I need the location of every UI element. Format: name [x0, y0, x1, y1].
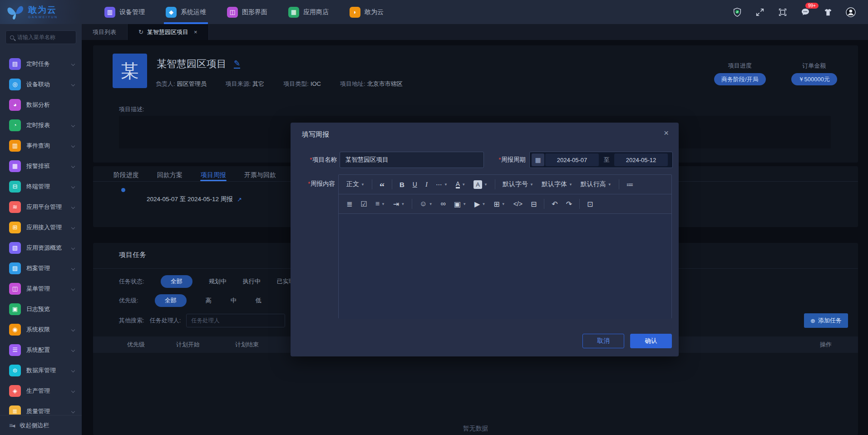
nav-device-management[interactable]: ▥ 设备管理 [104, 0, 145, 24]
logo-title: 敢为云 [28, 5, 58, 14]
edit-title-icon[interactable]: ✎ [234, 59, 240, 69]
sidebar-item[interactable]: ◈ 生产管理 [0, 381, 82, 401]
line-height-dropdown[interactable]: 默认行高 ▼ [577, 175, 616, 194]
required-asterisk: * [498, 156, 501, 163]
blockquote-button[interactable]: “ [375, 175, 389, 194]
sidebar-item[interactable]: ◉ 系统权限 [0, 319, 82, 340]
sidebar-item[interactable]: ▦ 报警排班 [0, 156, 82, 176]
detail-tab[interactable]: 阶段进度 [113, 171, 139, 181]
highlight-color-dropdown[interactable]: A ▼ [469, 175, 492, 194]
sidebar-item-label: 质量管理 [26, 407, 72, 415]
font-family-dropdown[interactable]: 默认字体 ▼ [538, 175, 577, 194]
sidebar-item[interactable]: ◔ 定时报表 [0, 115, 82, 135]
refresh-icon[interactable]: ↻ [138, 29, 143, 35]
nav-app-store[interactable]: ▦ 应用商店 [288, 0, 329, 24]
priority-option[interactable]: 中 [231, 294, 237, 307]
task-handler-input[interactable] [186, 314, 285, 327]
detail-tab[interactable]: 开票与回款 [244, 171, 276, 181]
divider-button[interactable]: ⊟ [527, 194, 541, 214]
sidebar-item[interactable]: ⊜ 数据库管理 [0, 360, 82, 381]
nav-graphic-interface[interactable]: ◫ 图形界面 [227, 0, 267, 24]
sidebar-item[interactable]: ☰ 系统配置 [0, 340, 82, 360]
redo-button[interactable]: ↷ [562, 194, 576, 214]
status-option[interactable]: 执行中 [243, 275, 261, 288]
user-avatar[interactable] [845, 7, 856, 18]
tab-project-list[interactable]: 项目列表 [82, 24, 128, 40]
add-task-button[interactable]: ⊕ 添加任务 [804, 313, 848, 328]
indent-dropdown[interactable]: ⇥ ▼ [389, 194, 409, 214]
fullscreen-button[interactable]: ⊡ [583, 194, 597, 214]
cancel-button[interactable]: 取消 [582, 334, 624, 348]
start-date-input[interactable]: 2024-05-07 [545, 153, 599, 166]
priority-option[interactable]: 高 [206, 294, 212, 307]
menu-search-input[interactable] [17, 34, 71, 40]
sidebar-item[interactable]: ▧ 应用资源概览 [0, 237, 82, 258]
align-dropdown[interactable]: ≡ ▼ [371, 194, 389, 214]
sidebar-item[interactable]: ≋ 应用平台管理 [0, 197, 82, 217]
detail-tab[interactable]: 回款方案 [157, 171, 182, 181]
editor-content-area[interactable] [339, 214, 671, 319]
project-name-input[interactable] [340, 152, 484, 168]
amount-label: 订单金额 [791, 62, 837, 70]
end-date-input[interactable]: 2024-05-12 [614, 153, 668, 166]
navbar-menu: ▥ 设备管理 ◆ 系统运维 ◫ 图形界面 ▦ 应用商店 ◗ 敢为云 [82, 0, 384, 24]
bullet-list-button[interactable]: ≔ [622, 175, 638, 194]
paragraph-style-dropdown[interactable]: 正文 ▼ [342, 175, 369, 194]
detail-tab[interactable]: 项目周报 [201, 171, 226, 181]
sidebar-item[interactable]: ≣ 质量管理 [0, 401, 82, 415]
table-dropdown[interactable]: ⊞ ▼ [489, 194, 509, 214]
messages-icon[interactable]: 99+ [800, 7, 811, 18]
font-size-dropdown[interactable]: 默认字号 ▼ [498, 175, 538, 194]
priority-option[interactable]: 全部 [155, 294, 187, 307]
collapse-icon: ≡◂ [9, 422, 14, 429]
open-report-icon[interactable]: ↗ [237, 196, 242, 203]
task-list-button[interactable]: ☑ [356, 194, 371, 214]
sidebar-item-icon: ≣ [9, 405, 21, 415]
font-color-dropdown[interactable]: A ▼ [452, 175, 469, 194]
chevron-down-icon [71, 164, 75, 168]
nav-item-label: 图形界面 [242, 8, 267, 16]
collapse-sidebar-button[interactable]: ≡◂ 收起侧边栏 [0, 415, 82, 435]
link-button[interactable]: ∞ [437, 194, 450, 214]
amount-badge[interactable]: ￥500000元 [791, 73, 837, 85]
status-option[interactable]: 全部 [161, 275, 192, 288]
sidebar-item[interactable]: ▤ 定时任务 [0, 54, 82, 74]
sidebar-item[interactable]: ◕ 数据分析 [0, 94, 82, 115]
date-range-picker[interactable]: ▦ 2024-05-07 至 2024-05-12 [529, 152, 673, 168]
fullscreen-expand-icon[interactable] [755, 7, 765, 18]
emoji-dropdown[interactable]: ☺ ▼ [415, 194, 436, 214]
underline-button[interactable]: U [409, 175, 421, 194]
progress-badge[interactable]: 商务阶段/开局 [714, 73, 766, 85]
theme-shirt-icon[interactable] [823, 7, 833, 18]
capture-frame-icon[interactable] [777, 7, 788, 18]
sidebar-item[interactable]: ◎ 设备联动 [0, 74, 82, 94]
sidebar-search[interactable] [5, 30, 76, 44]
tab-project-detail[interactable]: ↻ 某智慧园区项目 × [128, 24, 209, 40]
undo-button[interactable]: ↶ [547, 194, 562, 214]
security-shield-icon[interactable] [732, 7, 743, 18]
sidebar-item[interactable]: ⊟ 终端管理 [0, 176, 82, 197]
close-dialog-icon[interactable]: × [664, 128, 669, 138]
video-dropdown[interactable]: ▶ ▼ [470, 194, 489, 214]
italic-button[interactable]: I [421, 175, 432, 194]
toolbar-separator [412, 199, 412, 209]
sidebar-item[interactable]: ▥ 事件查询 [0, 135, 82, 156]
sidebar-item[interactable]: ▣ 日志预览 [0, 299, 82, 319]
more-styles-dropdown[interactable]: ⋯ ▼ [432, 175, 452, 194]
status-option[interactable]: 规划中 [209, 275, 227, 288]
bold-button[interactable]: B [395, 175, 409, 194]
sidebar-item[interactable]: ◫ 菜单管理 [0, 278, 82, 299]
nav-system-operations[interactable]: ◆ 系统运维 [166, 0, 206, 24]
priority-option[interactable]: 低 [256, 294, 261, 307]
weekly-report-item[interactable]: 2024-05-07 至 2024-05-12 周报 ↗ [147, 195, 242, 203]
close-tab-icon[interactable]: × [194, 29, 197, 35]
sidebar-item[interactable]: ▨ 档案管理 [0, 258, 82, 278]
status-filter-label: 任务状态: [119, 277, 144, 286]
code-button[interactable]: </> [509, 194, 527, 214]
nav-ganweiyun[interactable]: ◗ 敢为云 [350, 0, 384, 24]
ordered-list-button[interactable]: ≣ [342, 194, 356, 214]
image-dropdown[interactable]: ▣ ▼ [450, 194, 470, 214]
confirm-button[interactable]: 确认 [630, 334, 672, 348]
chevron-down-icon [71, 184, 75, 188]
sidebar-item[interactable]: ⊞ 应用接入管理 [0, 217, 82, 237]
